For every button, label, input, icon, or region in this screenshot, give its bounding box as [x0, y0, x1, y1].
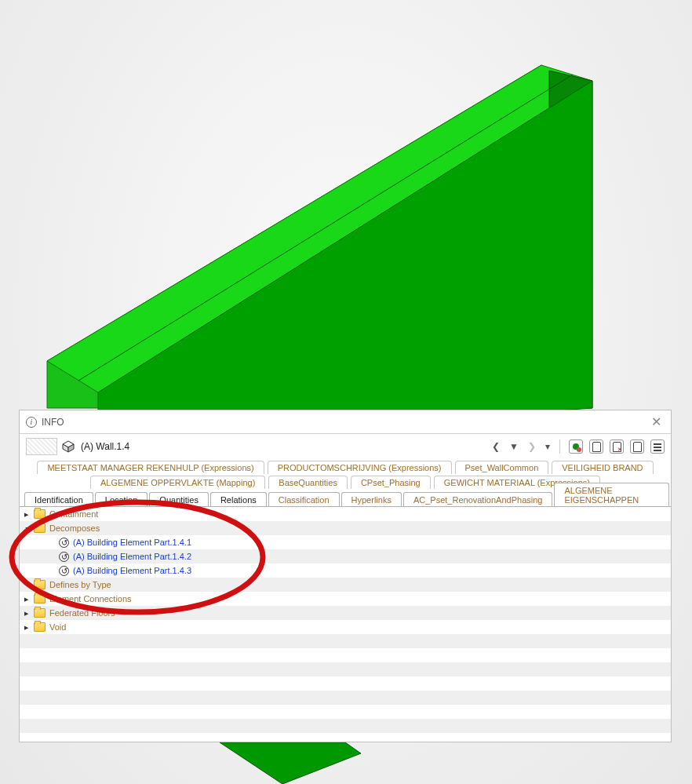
- folder-icon: [34, 523, 46, 533]
- tree-item[interactable]: (A) Building Element Part.1.4.2: [20, 549, 671, 563]
- clipboard-icon-3[interactable]: [630, 439, 644, 454]
- tab-identification[interactable]: Identification: [24, 492, 93, 506]
- pset-tab[interactable]: CPset_Phasing: [351, 476, 431, 489]
- tree-category-label[interactable]: Federated Floors: [49, 608, 115, 618]
- tree-category[interactable]: Element Connections: [20, 592, 671, 606]
- pset-tab[interactable]: Pset_WallCommon: [455, 461, 549, 474]
- tree-item-label[interactable]: (A) Building Element Part.1.4.3: [73, 566, 191, 575]
- pset-tab[interactable]: PRODUCTOMSCHRIJVING (Expressions): [268, 461, 452, 474]
- expand-arrow-icon[interactable]: [24, 524, 32, 532]
- tab-location[interactable]: Location: [95, 492, 148, 506]
- folder-icon: [34, 608, 46, 618]
- panel-menu-icon[interactable]: [650, 439, 665, 454]
- property-set-tabs: MEETSTAAT MANAGER REKENHULP (Expressions…: [20, 459, 671, 507]
- tree-row-empty: [20, 676, 671, 691]
- tree-category[interactable]: Void: [20, 620, 671, 634]
- nav-next: ❯: [526, 439, 538, 454]
- object-thumbnail: [26, 438, 57, 455]
- tab-hyperlinks[interactable]: Hyperlinks: [341, 492, 402, 506]
- nav-dropdown[interactable]: ▼: [507, 439, 521, 454]
- tab-classification[interactable]: Classification: [268, 492, 340, 506]
- expand-arrow-icon[interactable]: [24, 595, 32, 603]
- svg-marker-5: [220, 742, 361, 784]
- related-element-icon: [59, 552, 69, 562]
- close-button[interactable]: ✕: [648, 414, 665, 429]
- tab-ac-pset-renovationandphasing[interactable]: AC_Pset_RenovationAndPhasing: [403, 492, 553, 506]
- pset-tab[interactable]: VEILIGHEID BRAND: [552, 461, 653, 474]
- tree-category-label[interactable]: Defines by Type: [49, 580, 111, 589]
- nav-menu[interactable]: ▾: [543, 439, 552, 454]
- tree-category[interactable]: Defines by Type: [20, 578, 671, 592]
- object-name: (A) Wall.1.4: [81, 441, 129, 452]
- clipboard-icon-2[interactable]: ✕: [610, 439, 624, 454]
- clipboard-icon-1[interactable]: [589, 439, 603, 454]
- info-icon: i: [26, 417, 37, 428]
- tab-quantities[interactable]: Quantities: [149, 492, 209, 506]
- expand-arrow-icon[interactable]: [24, 623, 32, 631]
- folder-icon: [34, 594, 46, 603]
- folder-icon: [34, 580, 46, 589]
- main-tabs: IdentificationLocationQuantitiesRelation…: [20, 489, 671, 506]
- tree-item-label[interactable]: (A) Building Element Part.1.4.2: [73, 552, 191, 561]
- tree-category-label[interactable]: Decomposes: [49, 523, 100, 533]
- link-status-icon[interactable]: [569, 439, 583, 454]
- tree-row-empty: [20, 634, 671, 648]
- tree-category-label[interactable]: Containment: [49, 509, 98, 519]
- tree-row-empty: [20, 648, 671, 662]
- tree-item[interactable]: (A) Building Element Part.1.4.1: [20, 535, 671, 549]
- pset-tab[interactable]: BaseQuantities: [268, 476, 348, 489]
- tree-item[interactable]: (A) Building Element Part.1.4.3: [20, 563, 671, 578]
- tab-algemene-eigenschappen[interactable]: ALGEMENE EIGENSCHAPPEN: [554, 483, 669, 506]
- tree-row-empty: [20, 691, 671, 705]
- related-element-icon: [59, 566, 69, 576]
- panel-title: INFO: [42, 417, 64, 428]
- tree-category[interactable]: Containment: [20, 507, 671, 521]
- panel-header: i INFO ✕: [20, 410, 671, 434]
- expand-arrow-icon[interactable]: [24, 609, 32, 617]
- pset-tab[interactable]: MEETSTAAT MANAGER REKENHULP (Expressions…: [37, 461, 264, 474]
- info-panel: i INFO ✕ (A) Wall.1.4 ❮ ▼ ❯ ▾ ✕ MEETSTAA…: [19, 410, 672, 742]
- tree-category-label[interactable]: Element Connections: [49, 594, 132, 603]
- tree-category[interactable]: Decomposes: [20, 521, 671, 535]
- nav-prev[interactable]: ❮: [490, 439, 502, 454]
- tree-row-empty: [20, 705, 671, 719]
- expand-arrow-icon[interactable]: [24, 510, 32, 518]
- tree-item-label[interactable]: (A) Building Element Part.1.4.1: [73, 538, 191, 547]
- pset-tab[interactable]: ALGEMENE OPPERVLAKTE (Mapping): [90, 476, 265, 489]
- tree-category[interactable]: Federated Floors: [20, 606, 671, 620]
- tab-relations[interactable]: Relations: [210, 492, 267, 506]
- cube-icon: [62, 440, 75, 453]
- folder-icon: [34, 509, 46, 519]
- tree-row-empty: [20, 662, 671, 676]
- tree-row-empty: [20, 719, 671, 733]
- object-toolbar: (A) Wall.1.4 ❮ ▼ ❯ ▾ ✕: [20, 434, 671, 459]
- folder-icon: [34, 622, 46, 632]
- tree-category-label[interactable]: Void: [49, 622, 66, 632]
- svg-marker-3: [98, 81, 592, 443]
- relations-tree[interactable]: ContainmentDecomposes(A) Building Elemen…: [20, 507, 671, 742]
- related-element-icon: [59, 538, 69, 548]
